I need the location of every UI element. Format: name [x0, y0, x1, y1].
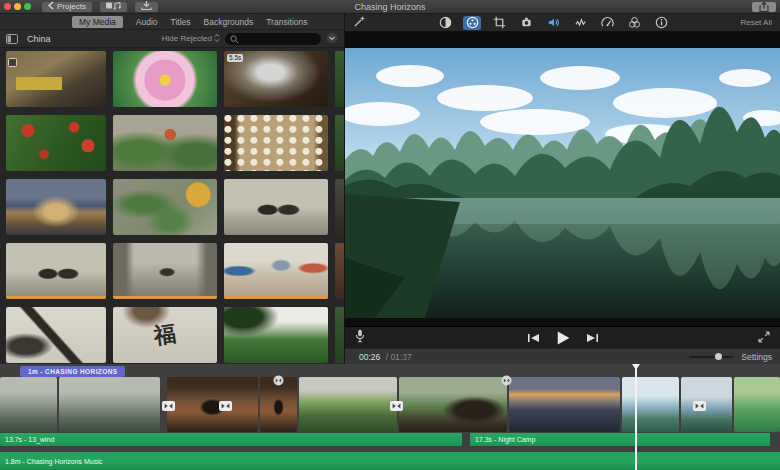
slider-knob[interactable] — [715, 353, 722, 360]
speed-icon[interactable] — [598, 16, 616, 30]
tab-my-media[interactable]: My Media — [72, 16, 123, 28]
timeline-clip-dusk-lake[interactable] — [509, 377, 620, 432]
media-thumbnail-veg-bowl[interactable] — [113, 179, 217, 235]
audio-clip-0[interactable]: 13.7s - 13_wind — [0, 433, 462, 446]
timeline-audio-row: 13.7s - 13_wind17.3s - Night Camp — [0, 433, 780, 446]
media-thumbnail-hands-peanuts[interactable] — [6, 179, 106, 235]
timeline-clip-valley-a[interactable] — [0, 377, 57, 432]
audio-clip-1[interactable]: 17.3s - Night Camp — [470, 433, 770, 446]
media-thumbnail-grid: 5.5s福 — [0, 48, 344, 364]
video-preview-scene — [345, 32, 780, 326]
adjust-toolbar: Reset All — [345, 14, 780, 32]
used-range-indicator — [113, 296, 217, 299]
media-thumbnail-chili-peppers[interactable] — [6, 115, 106, 171]
media-thumbnail-alley-walk[interactable] — [113, 243, 217, 299]
audio-clip-label: 17.3s - Night Camp — [475, 436, 535, 443]
projects-button-label: Projects — [57, 2, 86, 12]
media-thumbnail-market-greens[interactable] — [113, 115, 217, 171]
timeline-clip-lake-mist[interactable] — [681, 377, 732, 432]
media-thumbnail-cooking-smoke[interactable]: 5.5s — [224, 51, 328, 107]
transition-icon[interactable] — [390, 397, 403, 415]
imovie-window: Projects Chasing Horizons My MediaAudioT… — [0, 0, 780, 470]
noise-reduction-icon[interactable] — [571, 16, 589, 30]
minimize-window-button[interactable] — [14, 3, 21, 10]
selection-checkbox-icon[interactable] — [8, 53, 17, 71]
color-balance-icon[interactable] — [436, 16, 454, 30]
event-name-label[interactable]: China — [27, 34, 51, 44]
share-icon — [759, 0, 769, 16]
timeline-settings-button[interactable]: Settings — [741, 352, 772, 362]
used-range-indicator — [224, 296, 328, 299]
enhance-wand-icon[interactable] — [353, 14, 366, 32]
stabilization-icon[interactable] — [517, 16, 535, 30]
skip-back-button[interactable] — [527, 333, 540, 343]
main-split: My MediaAudioTitlesBackgroundsTransition… — [0, 14, 780, 364]
viewer-video-frame — [345, 32, 780, 326]
volume-icon[interactable] — [544, 16, 562, 30]
sidebar-toggle-icon[interactable] — [6, 30, 18, 48]
search-input[interactable] — [242, 34, 316, 43]
reset-all-button[interactable]: Reset All — [740, 18, 772, 27]
zoom-window-button[interactable] — [24, 3, 31, 10]
transition-icon[interactable] — [162, 397, 175, 415]
tab-titles[interactable]: Titles — [171, 17, 191, 27]
media-thumbnail-eggs-tray[interactable] — [224, 115, 328, 171]
transition-icon[interactable] — [219, 397, 232, 415]
project-duration-pill[interactable]: 1m - CHASING HORIZONS — [20, 366, 125, 377]
media-browser-pane: My MediaAudioTitlesBackgroundsTransition… — [0, 14, 345, 364]
media-thumbnail-writing-fu[interactable]: 福 — [113, 307, 217, 363]
media-thumbnail-street-bikes-a[interactable] — [224, 179, 328, 235]
timeline-zoom-slider[interactable] — [689, 352, 733, 362]
transport-buttons — [345, 331, 780, 345]
tab-backgrounds[interactable]: Backgrounds — [204, 17, 254, 27]
media-thumbnail-sliver-2[interactable] — [335, 115, 344, 171]
timeline-clip-lake-bright[interactable] — [622, 377, 679, 432]
browser-filter-bar: China Hide Rejected — [0, 30, 344, 48]
timeline-clip-village-hut[interactable] — [399, 377, 507, 432]
chevron-left-icon — [48, 1, 54, 13]
timeline-clip-valley-b[interactable] — [59, 377, 160, 432]
tab-audio[interactable]: Audio — [136, 17, 158, 27]
timeline: 1m - CHASING HORIZONS 13.7s - 13_wind17.… — [0, 364, 780, 470]
projects-button[interactable]: Projects — [42, 2, 92, 12]
filter-menu-icon[interactable] — [326, 30, 338, 48]
import-button[interactable] — [135, 2, 158, 12]
color-correction-icon[interactable] — [463, 16, 481, 30]
play-button[interactable] — [556, 331, 570, 345]
search-box — [225, 33, 321, 45]
clip-info-icon[interactable] — [652, 16, 670, 30]
timeline-clip-village-terrace[interactable] — [299, 377, 397, 432]
media-thumbnail-market-table[interactable] — [224, 243, 328, 299]
import-media-button[interactable] — [100, 2, 127, 12]
transition-round-badge[interactable] — [501, 372, 512, 390]
playhead[interactable] — [635, 364, 637, 470]
media-thumbnail-sliver-4[interactable] — [335, 243, 344, 299]
transition-round-badge[interactable] — [273, 372, 284, 390]
effects-icon[interactable] — [625, 16, 643, 30]
adjust-icons-group — [436, 16, 670, 30]
transition-icon[interactable] — [693, 397, 706, 415]
media-thumbnail-sliver-5[interactable] — [335, 307, 344, 363]
timeline-clip-interior-a[interactable] — [167, 377, 258, 432]
current-time: 00:26 — [359, 352, 380, 362]
media-thumbnail-sliver-1[interactable] — [335, 51, 344, 107]
duration-badge: 5.5s — [227, 54, 243, 62]
browser-tabs: My MediaAudioTitlesBackgroundsTransition… — [0, 14, 344, 30]
media-thumbnail-street-bikes-b[interactable] — [6, 243, 106, 299]
crop-icon[interactable] — [490, 16, 508, 30]
media-thumbnail-trees-sky[interactable] — [224, 307, 328, 363]
skip-forward-button[interactable] — [586, 333, 599, 343]
share-button[interactable] — [752, 2, 776, 12]
hide-rejected-dropdown[interactable]: Hide Rejected — [162, 33, 220, 45]
media-library-icon — [106, 1, 121, 13]
close-window-button[interactable] — [4, 3, 11, 10]
media-thumbnail-sliver-3[interactable] — [335, 179, 344, 235]
media-thumbnail-lotus-flower[interactable] — [113, 51, 217, 107]
background-music-clip[interactable]: 1.8m - Chasing Horizons Music — [0, 452, 780, 470]
slider-track — [689, 356, 733, 358]
media-thumbnail-bicycle-plate[interactable] — [6, 51, 106, 107]
hide-rejected-label: Hide Rejected — [162, 34, 212, 43]
timeline-clip-green-lake[interactable] — [734, 377, 780, 432]
media-thumbnail-calligraphy-brush[interactable] — [6, 307, 106, 363]
tab-transitions[interactable]: Transitions — [266, 17, 307, 27]
